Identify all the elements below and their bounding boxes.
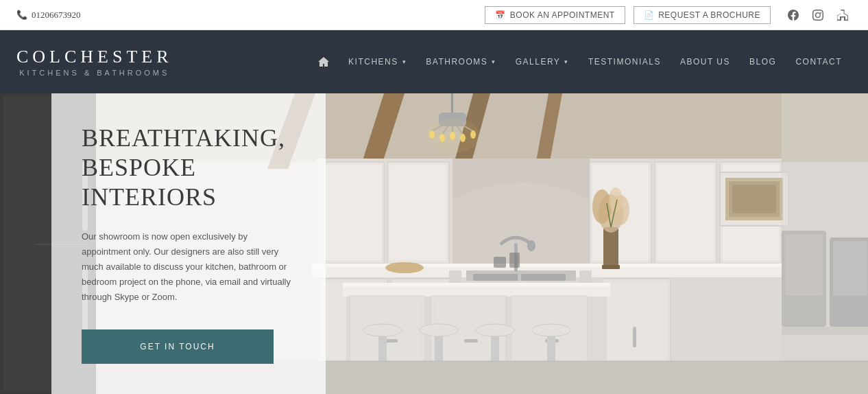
- houzz-icon[interactable]: [834, 6, 852, 24]
- logo[interactable]: COLCHESTER KITCHENS & BATHROOMS: [16, 47, 173, 77]
- svg-rect-96: [732, 185, 776, 213]
- gallery-caret: ▾: [564, 58, 569, 65]
- top-actions: 📅 BOOK AN APPOINTMENT 📄 REQUEST A BROCHU…: [485, 6, 852, 24]
- book-icon: 📅: [495, 10, 506, 20]
- logo-sub: KITCHENS & BATHROOMS: [16, 69, 173, 77]
- logo-main: COLCHESTER: [16, 47, 173, 67]
- nav-testimonials[interactable]: TESTIMONIALS: [579, 50, 671, 73]
- book-appointment-button[interactable]: 📅 BOOK AN APPOINTMENT: [485, 6, 625, 24]
- svg-rect-54: [473, 274, 518, 281]
- svg-rect-71: [343, 283, 610, 287]
- svg-rect-26: [324, 165, 382, 261]
- social-links: [784, 6, 852, 24]
- navbar: COLCHESTER KITCHENS & BATHROOMS KITCHENS…: [0, 30, 868, 93]
- svg-rect-11: [451, 93, 453, 114]
- svg-rect-36: [657, 165, 714, 261]
- svg-rect-41: [312, 264, 785, 267]
- svg-rect-28: [389, 165, 447, 261]
- bathrooms-caret: ▾: [492, 58, 496, 65]
- nav-home[interactable]: [309, 49, 339, 74]
- svg-point-23: [425, 119, 480, 153]
- hero-heading: BREATHTAKING, BESPOKE INTERIORS: [82, 124, 296, 213]
- instagram-icon[interactable]: [809, 6, 827, 24]
- phone-icon: 📞: [16, 10, 27, 21]
- svg-point-62: [592, 189, 612, 224]
- svg-rect-60: [602, 265, 620, 269]
- top-bar: 📞 01206673920 📅 BOOK AN APPOINTMENT 📄 RE…: [0, 0, 868, 30]
- svg-rect-52: [633, 327, 636, 347]
- nav-about[interactable]: ABOUT US: [671, 50, 740, 73]
- nav-gallery[interactable]: GALLERY ▾: [506, 50, 579, 73]
- nav-blog[interactable]: BLOG: [740, 50, 786, 73]
- svg-point-57: [527, 240, 535, 251]
- svg-rect-55: [521, 274, 566, 281]
- svg-rect-59: [603, 227, 618, 268]
- facebook-icon[interactable]: [784, 6, 802, 24]
- nav-bathrooms[interactable]: BATHROOMS ▾: [416, 50, 505, 73]
- svg-rect-67: [494, 257, 506, 268]
- svg-point-64: [609, 187, 623, 212]
- svg-point-58: [385, 262, 424, 273]
- svg-point-92: [532, 324, 570, 336]
- nav-kitchens[interactable]: KITCHENS ▾: [339, 50, 416, 73]
- svg-rect-68: [509, 253, 520, 268]
- svg-rect-102: [782, 93, 868, 394]
- brochure-icon: 📄: [644, 10, 655, 20]
- hero-section: BREATHTAKING, BESPOKE INTERIORS Our show…: [0, 93, 868, 394]
- kitchens-caret: ▾: [402, 58, 407, 65]
- get-in-touch-button[interactable]: GET IN TOUCH: [82, 329, 274, 364]
- svg-point-83: [363, 324, 402, 336]
- phone-number: 01206673920: [32, 10, 81, 21]
- nav-links: KITCHENS ▾ BATHROOMS ▾ GALLERY ▾ TESTIMO…: [309, 49, 852, 74]
- hero-body-text: Our showroom is now open exclusively by …: [82, 229, 296, 305]
- svg-point-86: [420, 324, 458, 336]
- request-brochure-button[interactable]: 📄 REQUEST A BROCHURE: [634, 6, 771, 24]
- phone-area[interactable]: 📞 01206673920: [16, 10, 81, 21]
- nav-contact[interactable]: CONTACT: [786, 50, 852, 73]
- svg-rect-79: [464, 339, 478, 343]
- svg-point-89: [476, 324, 514, 336]
- hero-overlay: BREATHTAKING, BESPOKE INTERIORS Our show…: [51, 93, 326, 394]
